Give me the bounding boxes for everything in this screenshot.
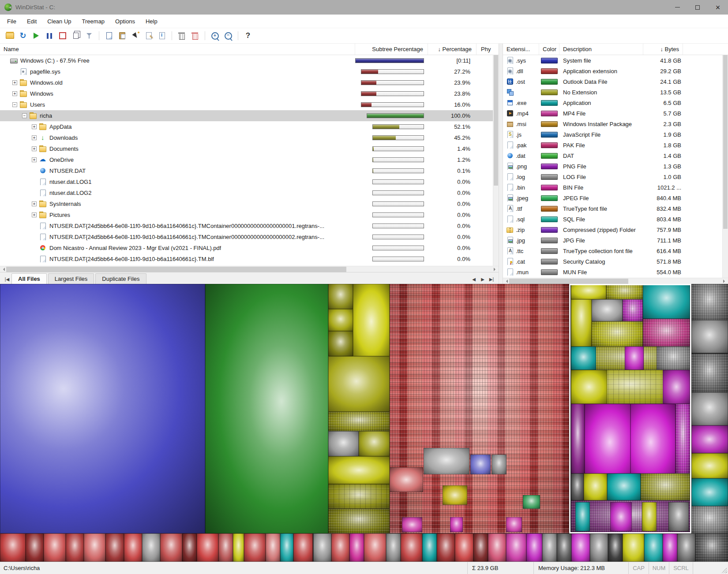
treemap-tile[interactable] xyxy=(450,517,463,532)
paste-icon[interactable] xyxy=(117,30,128,41)
tree-row[interactable]: +Windows23.8% xyxy=(0,88,499,99)
scroll-right-icon[interactable] xyxy=(492,266,499,272)
menu-edit[interactable]: Edit xyxy=(22,16,42,27)
tree-row[interactable]: Dom Nicastro - Annual Review 2023 - Mgr … xyxy=(0,242,499,253)
last-tab-button[interactable]: ▶| xyxy=(487,277,496,284)
treemap-tile[interactable] xyxy=(691,478,728,506)
extension-row[interactable]: .dllApplication extension29.2 GB xyxy=(503,66,728,76)
ext-scroll-left-icon[interactable] xyxy=(503,278,509,284)
extension-row[interactable]: .jsJavaScript File1.9 GB xyxy=(503,129,728,140)
treemap-tile[interactable] xyxy=(691,284,728,320)
treemap-tile[interactable] xyxy=(328,431,359,456)
extension-row[interactable]: .exeApplication6.5 GB xyxy=(503,97,728,108)
column-header-name[interactable]: Name xyxy=(0,44,355,55)
menu-help[interactable]: Help xyxy=(140,16,163,27)
expand-icon[interactable]: + xyxy=(32,157,37,162)
treemap-tile[interactable] xyxy=(424,448,469,474)
treemap-tile[interactable] xyxy=(331,533,349,562)
treemap-tile[interactable] xyxy=(523,495,540,509)
treemap-tile[interactable] xyxy=(328,331,353,356)
extension-row[interactable]: .ttfTrueType font file832.4 MB xyxy=(503,203,728,214)
previous-tab-button[interactable]: ◀ xyxy=(469,277,478,284)
stop-icon[interactable] xyxy=(57,30,68,41)
treemap-tile[interactable] xyxy=(124,533,142,562)
scroll-left-icon[interactable] xyxy=(0,266,6,272)
extension-row[interactable]: .jpgJPG File711.1 MB xyxy=(503,235,728,246)
filter-icon[interactable] xyxy=(84,30,94,41)
tree-row[interactable]: NTUSER.DAT{24d5bb64-6e08-11f0-9d10-b6a11… xyxy=(0,253,499,265)
panel-splitter[interactable] xyxy=(499,44,503,284)
ext-column-header-color[interactable]: Color xyxy=(539,44,559,55)
tab-duplicate-files[interactable]: Duplicate Files xyxy=(95,273,146,284)
ext-column-header-description[interactable]: Description xyxy=(559,44,643,55)
collapse-icon[interactable]: − xyxy=(12,102,17,107)
tree-row[interactable]: NTUSER.DAT{24d5bb64-6e08-11f0-9d10-b6a11… xyxy=(0,231,499,242)
extension-horizontal-scrollbar[interactable] xyxy=(503,278,728,284)
treemap-tile[interactable] xyxy=(691,392,728,426)
file-info-icon[interactable] xyxy=(157,30,167,41)
delete-icon[interactable] xyxy=(176,30,187,41)
tree-vscroll-thumb[interactable] xyxy=(494,55,498,186)
expand-icon[interactable]: + xyxy=(12,80,17,85)
copy-item-icon[interactable] xyxy=(71,30,81,41)
treemap-tile[interactable] xyxy=(197,533,219,562)
delete-permanent-icon[interactable] xyxy=(190,30,200,41)
selected-item-frame[interactable] xyxy=(569,284,691,533)
tree-row[interactable]: NTUSER.DAT{24d5bb64-6e08-11f0-9d10-b6a11… xyxy=(0,220,499,231)
pause-icon[interactable] xyxy=(44,30,55,41)
treemap-tile[interactable] xyxy=(422,533,437,562)
treemap-tile[interactable] xyxy=(328,456,390,484)
menu-clean-up[interactable]: Clean Up xyxy=(42,16,76,27)
extension-row[interactable]: .binBIN File1021.2 ... xyxy=(503,182,728,193)
tree-row[interactable]: NTUSER.DAT0.1% xyxy=(0,165,499,176)
maximize-button[interactable] xyxy=(687,0,708,15)
treemap-tile[interactable] xyxy=(644,533,662,562)
help-icon[interactable] xyxy=(243,30,253,41)
treemap-tile[interactable] xyxy=(691,425,728,453)
tree-vertical-scrollbar[interactable] xyxy=(493,55,499,266)
treemap-tile[interactable] xyxy=(608,533,623,562)
tree-row[interactable]: +Downloads45.2% xyxy=(0,132,499,143)
treemap-tile[interactable] xyxy=(293,533,313,562)
treemap-tile[interactable] xyxy=(266,533,280,562)
treemap-tile[interactable] xyxy=(328,484,390,509)
ext-hscroll-thumb[interactable] xyxy=(509,279,628,284)
column-header-percentage[interactable]: ↓ Percentage xyxy=(428,44,477,55)
edit-properties-icon[interactable] xyxy=(143,30,154,41)
treemap-tile[interactable] xyxy=(328,412,390,431)
expand-icon[interactable]: + xyxy=(32,124,37,129)
extension-row[interactable]: .zipCompressed (zipped) Folder757.9 MB xyxy=(503,224,728,235)
tree-row[interactable]: ntuser.dat.LOG10.0% xyxy=(0,176,499,187)
treemap-tile[interactable] xyxy=(691,354,728,392)
treemap-tile[interactable] xyxy=(182,533,197,562)
close-button[interactable]: × xyxy=(708,0,728,15)
extension-row[interactable]: .pakPAK File1.8 GB xyxy=(503,140,728,150)
copy-icon[interactable] xyxy=(104,30,114,41)
treemap-tile[interactable] xyxy=(364,533,386,562)
treemap-tile[interactable] xyxy=(571,533,589,562)
treemap-tile[interactable] xyxy=(328,509,390,533)
treemap-tile[interactable] xyxy=(473,533,488,562)
select-pointer-icon[interactable] xyxy=(130,30,141,41)
sys-blue-block[interactable] xyxy=(0,284,205,533)
extension-vertical-scrollbar[interactable] xyxy=(722,55,728,278)
treemap-tile[interactable] xyxy=(44,533,66,562)
ext-vscroll-thumb[interactable] xyxy=(723,55,728,229)
extension-row[interactable]: .datDAT1.4 GB xyxy=(503,150,728,161)
treemap-tile[interactable] xyxy=(26,533,44,562)
extension-row[interactable]: .ostOutlook Data File24.1 GB xyxy=(503,76,728,87)
extension-row[interactable]: .msiWindows Installer Package2.3 GB xyxy=(503,119,728,129)
treemap-tile[interactable] xyxy=(695,533,728,562)
collapse-icon[interactable]: − xyxy=(22,113,27,118)
tree-row[interactable]: +Documents1.4% xyxy=(0,143,499,154)
tree-row[interactable]: ntuser.dat.LOG20.0% xyxy=(0,187,499,198)
treemap-tile[interactable] xyxy=(280,533,293,562)
treemap-tile[interactable] xyxy=(470,455,491,474)
tree-row[interactable]: Windows (C:) - 67.5% Free[0:11] xyxy=(0,55,499,66)
tree-hscroll-track[interactable] xyxy=(6,266,492,272)
ext-hscroll-track[interactable] xyxy=(509,278,722,284)
open-folder-icon[interactable] xyxy=(4,30,15,41)
play-icon[interactable] xyxy=(31,30,41,41)
treemap-tile[interactable] xyxy=(623,533,645,562)
treemap-tile[interactable] xyxy=(488,533,506,562)
